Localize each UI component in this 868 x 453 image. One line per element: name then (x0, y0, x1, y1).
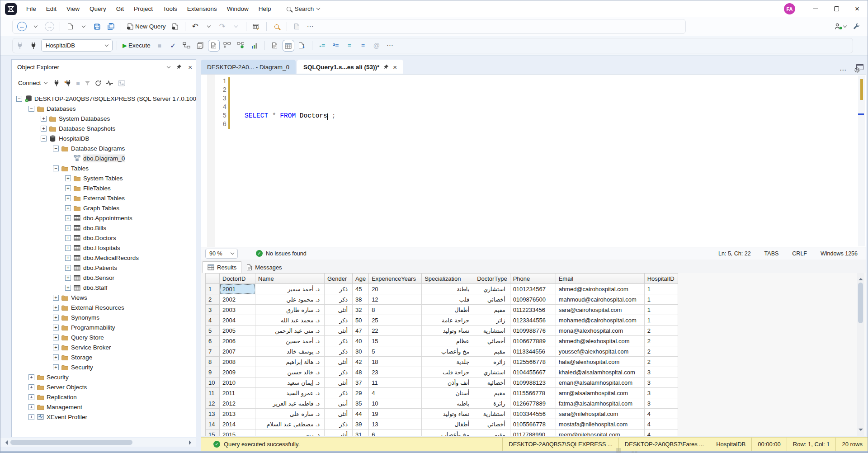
grid-cell[interactable]: 12 (369, 294, 422, 305)
grid-cell[interactable]: 4 (644, 429, 678, 436)
menu-item-edit[interactable]: Edit (41, 0, 61, 17)
menu-item-help[interactable]: Help (254, 0, 276, 17)
grid-cell[interactable]: 0101234567 (510, 284, 556, 294)
scroll-thumb[interactable] (10, 440, 132, 445)
grid-cell[interactable]: fatma@alsalamhospital.com (556, 398, 644, 409)
grid-cell[interactable]: استشاري (474, 284, 510, 294)
grid-cell[interactable]: د. منى عبد الرحمن (255, 326, 325, 336)
row-header[interactable]: 11 (206, 388, 220, 398)
new-file-button[interactable] (64, 21, 76, 33)
column-header-doctorid[interactable]: DoctorID (220, 274, 255, 284)
grid-cell[interactable]: أنثى (325, 378, 353, 388)
execute-button[interactable]: ▶ Execute (121, 40, 152, 52)
grid-cell[interactable]: استشاري (474, 367, 510, 378)
grid-cell[interactable]: 2002 (220, 294, 255, 305)
editor-tab-1[interactable]: SQLQuery1.s...es ali (53))*× (297, 60, 403, 74)
editor-status-segment[interactable]: CRLF (792, 250, 807, 257)
grid-cell[interactable]: 23 (369, 367, 422, 378)
navigate-back-button[interactable]: ← (16, 21, 28, 33)
grid-cell[interactable]: 0123344556 (510, 315, 556, 326)
tree-item-database-snapshots[interactable]: +Database Snapshots (12, 123, 196, 133)
stop-icon[interactable]: ■ (76, 80, 80, 86)
breakpoint-margin[interactable] (207, 75, 215, 247)
tree-item-databases[interactable]: −Databases (12, 104, 196, 113)
grid-cell[interactable]: 8 (369, 305, 422, 315)
grid-cell[interactable]: د. سارة علي (255, 409, 325, 419)
tree-item-system-databases[interactable]: +System Databases (12, 113, 196, 123)
pin-icon[interactable] (176, 64, 182, 70)
database-selector[interactable]: HospitalDB (41, 39, 113, 52)
filter-icon[interactable] (85, 80, 90, 86)
grid-cell[interactable]: 3 (644, 378, 678, 388)
expand-icon[interactable]: + (65, 255, 71, 261)
expand-icon[interactable]: + (53, 295, 59, 301)
row-header[interactable]: 2 (206, 294, 220, 305)
grid-cell[interactable]: 35 (353, 398, 369, 409)
expand-icon[interactable]: + (53, 364, 59, 370)
grid-cell[interactable]: استشارية (474, 326, 510, 336)
grid-cell[interactable]: جراحة قلب (422, 367, 474, 378)
template-params-button[interactable]: @ (371, 40, 382, 52)
collapse-icon[interactable]: − (28, 106, 34, 112)
grid-cell[interactable]: 3 (644, 367, 678, 378)
redo-dropdown[interactable] (230, 21, 242, 33)
tree-item-external-resources[interactable]: +External Resources (12, 302, 196, 312)
grid-cell[interactable]: 2 (644, 357, 678, 367)
save-button[interactable] (91, 21, 103, 33)
expand-icon[interactable]: + (65, 175, 71, 181)
tab-overflow-icon[interactable]: ⋯ (840, 66, 847, 74)
sql-editor[interactable]: 123456 SELECT * FROM Doctors ; (201, 74, 866, 247)
connect-db-button[interactable] (14, 40, 26, 52)
grid-cell[interactable]: مقيم (474, 429, 510, 436)
navigate-back-dropdown[interactable] (30, 21, 42, 33)
row-header[interactable]: 4 (206, 315, 220, 326)
menu-item-git[interactable]: Git (111, 0, 129, 17)
scroll-up-icon[interactable] (859, 276, 863, 280)
grid-cell[interactable]: 20 (369, 284, 422, 294)
tree-item-dbo-hospitals[interactable]: +dbo.Hospitals (12, 243, 196, 253)
expand-icon[interactable]: + (41, 116, 47, 122)
tree-item-dbo-patients[interactable]: +dbo.Patients (12, 263, 196, 273)
expand-icon[interactable]: + (65, 205, 71, 211)
object-explorer-hscrollbar[interactable] (0, 438, 196, 447)
intellisense-toggle-button[interactable] (208, 40, 220, 52)
code-line[interactable]: SELECT * FROM Doctors ; (245, 112, 336, 120)
column-header-phone[interactable]: Phone (510, 274, 556, 284)
tree-item-dbo-diagram-0[interactable]: dbo.Diagram_0 (12, 153, 196, 163)
menu-item-tools[interactable]: Tools (158, 0, 182, 17)
grid-cell[interactable]: 13 (369, 419, 422, 429)
grid-cell[interactable]: 50 (353, 315, 369, 326)
grid-cell[interactable]: 32 (353, 305, 369, 315)
results-to-file-button[interactable] (296, 40, 308, 52)
tree-item-external-tables[interactable]: +External Tables (12, 193, 196, 203)
uncomment-button[interactable]: ²≡ (330, 40, 342, 52)
column-header-email[interactable]: Email (556, 274, 644, 284)
tree-item-xevent-profiler[interactable]: +XEvent Profiler (12, 412, 196, 422)
grid-cell[interactable]: 5 (369, 346, 422, 357)
grid-cell[interactable]: أخصائي (474, 419, 510, 429)
grid-cell[interactable]: ذكر (325, 315, 353, 326)
grid-cell[interactable]: 19 (369, 409, 422, 419)
split-editor-icon[interactable] (856, 64, 863, 70)
grid-cell[interactable]: mostafa@nilehospital.com (556, 419, 644, 429)
tree-item-replication[interactable]: +Replication (12, 392, 196, 402)
grid-scroll-thumb[interactable] (858, 283, 863, 323)
table-designer-button[interactable] (250, 21, 262, 33)
grid-cell[interactable]: 4 (644, 419, 678, 429)
grid-cell[interactable]: 0115566778 (510, 388, 556, 398)
activity-monitor-button[interactable] (291, 21, 303, 33)
maximize-button[interactable] (826, 0, 847, 17)
open-query-button[interactable] (169, 21, 181, 33)
tree-item-management[interactable]: +Management (12, 402, 196, 412)
pin-tab-icon[interactable] (383, 64, 389, 70)
account-badge[interactable]: FA (784, 3, 795, 14)
minimize-button[interactable] (805, 0, 826, 17)
expand-icon[interactable]: + (53, 315, 59, 321)
grid-cell[interactable]: 0104455667 (510, 367, 556, 378)
save-all-button[interactable] (105, 21, 117, 33)
grid-cell[interactable]: khaled@alsalamhospital.com (556, 367, 644, 378)
column-header-specialization[interactable]: Specialization (422, 274, 474, 284)
grid-cell[interactable]: د. إيمان سعيد (255, 378, 325, 388)
grid-cell[interactable]: عظام (422, 336, 474, 346)
grid-cell[interactable]: 18 (369, 357, 422, 367)
